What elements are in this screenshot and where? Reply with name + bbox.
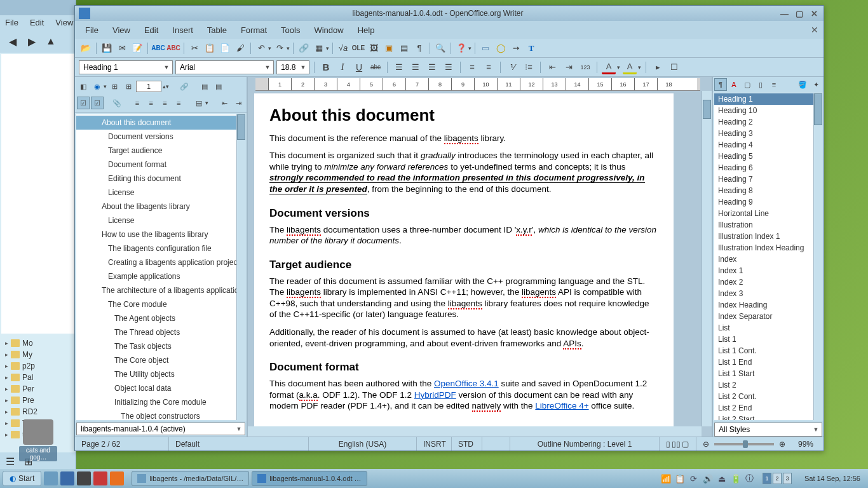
menu-edit[interactable]: Edit [138, 23, 165, 37]
navigator-tree[interactable]: About this documentDocument versionsTarg… [76, 114, 245, 420]
save-button[interactable]: 💾 [100, 41, 114, 55]
nav-tree-item[interactable]: The Utility objects [76, 367, 245, 381]
nav-tree-item[interactable]: The Thread objects [76, 325, 245, 339]
tray-eject-icon[interactable]: ⏏ [717, 473, 727, 484]
align-center-button[interactable]: ☰ [409, 60, 423, 74]
nav-tree-item[interactable]: License [76, 214, 245, 227]
nav-tree-item[interactable]: The Core object [76, 353, 245, 367]
tray-battery-icon[interactable]: 🔋 [731, 473, 741, 484]
highlight-button[interactable]: A [623, 60, 637, 74]
nav-move-up-button[interactable]: ≡ [159, 97, 172, 109]
quicklaunch-term[interactable] [77, 471, 91, 485]
titlebar[interactable]: libagents-manual-1.0.4.odt - OpenOffice.… [75, 6, 824, 21]
close-button[interactable]: ✕ [811, 9, 820, 18]
autospell-button[interactable]: ABC [166, 41, 180, 55]
styles-item[interactable]: List 2 [714, 379, 822, 391]
status-insert-mode[interactable]: INSRT [417, 437, 452, 451]
indent-button[interactable]: ⇥ [562, 60, 576, 74]
menu-tools[interactable]: Tools [275, 23, 306, 37]
styles-item[interactable]: Index 3 [714, 288, 822, 299]
nav-tree-item[interactable]: License [76, 186, 245, 200]
strike-button[interactable]: abc [369, 60, 383, 74]
cut-button[interactable]: ✂ [187, 41, 201, 55]
section-button[interactable]: ▤ [397, 41, 411, 55]
paste-button[interactable]: 📄 [218, 41, 232, 55]
nav-header-button[interactable]: ▤ [212, 80, 225, 93]
workspace-3[interactable]: 3 [783, 473, 792, 484]
workspace-2[interactable]: 2 [773, 473, 782, 484]
nav-tree-item[interactable]: Object local data [76, 381, 245, 395]
page-styles-tab[interactable]: ▯ [754, 78, 767, 91]
para-spacing-button[interactable]: ≡ [482, 60, 496, 74]
picture-button[interactable]: 🖼 [367, 41, 381, 55]
tray-info-icon[interactable]: ⓘ [745, 473, 755, 484]
styles-list[interactable]: Heading 1Heading 10Heading 2Heading 3Hea… [714, 93, 822, 420]
nav-tree-item[interactable]: The Task objects [76, 339, 245, 353]
styles-item[interactable]: Illustration Index Heading [714, 242, 822, 254]
styles-item[interactable]: Heading 5 [714, 151, 822, 162]
fill-format-button[interactable]: 🪣 [796, 78, 809, 91]
styles-item[interactable]: Heading 1 [714, 93, 822, 105]
bullet-list-button[interactable]: ⁝≡ [522, 60, 536, 74]
styles-item[interactable]: List 1 [714, 334, 822, 345]
styles-item[interactable]: Heading 3 [714, 128, 822, 139]
nav-move-down-button[interactable]: ≡ [172, 97, 185, 109]
link-hybridpdf[interactable]: HybridPDF [414, 390, 456, 400]
tray-update-icon[interactable]: ⟳ [689, 473, 699, 484]
nav-tree-item[interactable]: The architecture of a libagents applicat… [76, 283, 245, 297]
format-paintbrush-button[interactable]: 🖌 [233, 41, 247, 55]
status-zoom-value[interactable]: 99% [792, 437, 824, 451]
styles-item[interactable]: Heading 10 [714, 105, 822, 116]
open-button[interactable]: 📂 [79, 41, 93, 55]
nav-scrollbar[interactable] [236, 114, 245, 420]
quicklaunch-fm[interactable] [44, 471, 58, 485]
start-button[interactable]: ◐ Start [3, 471, 41, 486]
nav-tree-item[interactable]: Initializing the Core module [76, 395, 245, 409]
maximize-button[interactable]: ▢ [796, 9, 804, 18]
styles-item[interactable]: Horizontal Line [714, 208, 822, 219]
undo-button[interactable]: ↶ [254, 41, 268, 55]
nav-tree-item[interactable]: About this document [76, 116, 245, 130]
workspace-1[interactable]: 1 [763, 473, 771, 484]
menu-help[interactable]: Help [351, 23, 381, 37]
help-button[interactable]: ❓ [454, 41, 468, 55]
align-left-button[interactable]: ☰ [392, 60, 406, 74]
styles-scrollbar[interactable] [813, 93, 822, 420]
styles-item[interactable]: Heading 8 [714, 185, 822, 196]
styles-item[interactable]: Index [714, 254, 822, 265]
menu-view[interactable]: View [106, 23, 137, 37]
edit-file-button[interactable]: 📝 [130, 41, 144, 55]
bg-folder-row[interactable]: ▸Pal [3, 372, 73, 383]
clock[interactable]: Sat 14 Sep, 12:56 [799, 475, 865, 482]
task-writer[interactable]: libagents-manual-1.0.4.odt … [252, 471, 367, 486]
menu-insert[interactable]: Insert [166, 23, 200, 37]
styles-item[interactable]: List 1 End [714, 356, 822, 368]
list-styles-tab[interactable]: ≡ [768, 78, 780, 91]
email-button[interactable]: ✉ [115, 41, 129, 55]
rect-button[interactable]: ▭ [478, 41, 492, 55]
status-selection-mode[interactable]: STD [452, 437, 482, 451]
link-libreoffice[interactable]: LibreOffice 4+ [535, 401, 588, 410]
nav-link-button[interactable]: 🔗 [178, 80, 191, 93]
styles-item[interactable]: Heading 9 [714, 196, 822, 208]
font-size-combo[interactable]: 18.8▼ [276, 60, 309, 74]
styles-item[interactable]: Heading 6 [714, 162, 822, 173]
horizontal-ruler[interactable]: 123456789101112131415161718 [255, 78, 700, 91]
task-fm[interactable]: libagents - /media/Data/GIL/… [132, 471, 249, 486]
desktop-icon[interactable]: cats and gog… [19, 419, 57, 461]
nav-reminder-button[interactable]: ▤ [198, 80, 211, 93]
bg-folder-row[interactable]: ▸My [3, 349, 73, 360]
bg-menu-file[interactable]: File [5, 18, 18, 27]
status-outline[interactable]: Outline Numbering : Level 1 [510, 437, 660, 451]
nav-promote-button[interactable]: ⇤ [218, 97, 231, 109]
bg-folder-row[interactable]: ▸Mo [3, 337, 73, 349]
tray-clipboard-icon[interactable]: 📋 [675, 473, 685, 484]
nav-next-button[interactable]: ⊞ [122, 80, 135, 93]
formula-button[interactable]: √a [336, 41, 350, 55]
redo-button[interactable]: ↷ [273, 41, 287, 55]
bold-button[interactable]: B [319, 60, 333, 74]
bg-menu-view[interactable]: View [55, 18, 73, 27]
styles-category-combo[interactable]: All Styles▼ [714, 423, 822, 437]
font-color-button[interactable]: A [602, 60, 616, 74]
nav-toggle-button[interactable]: ◧ [77, 80, 90, 93]
